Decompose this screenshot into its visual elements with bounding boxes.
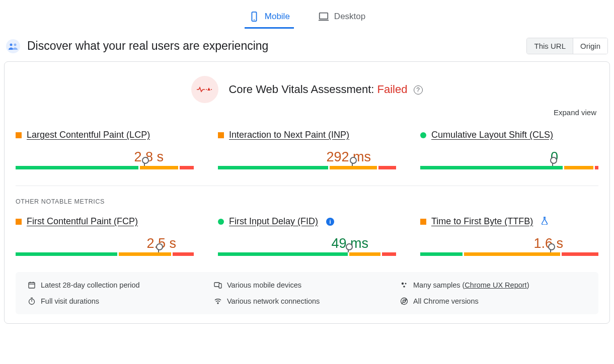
info-samples: Many samples (Chrome UX Report) <box>400 281 586 289</box>
header-row: Discover what your real users are experi… <box>4 38 610 54</box>
metric-lcp-bar <box>16 166 194 169</box>
divider <box>16 186 598 186</box>
chrome-icon <box>400 297 408 305</box>
tab-mobile-label: Mobile <box>265 12 290 22</box>
svg-marker-7 <box>207 87 210 90</box>
info-versions: All Chrome versions <box>400 297 586 305</box>
tab-mobile[interactable]: Mobile <box>245 8 294 29</box>
expand-view-link[interactable]: Expand view <box>16 108 596 117</box>
tab-desktop-label: Desktop <box>334 12 365 22</box>
scope-toggle: This URL Origin <box>526 38 608 54</box>
metric-cls: Cumulative Layout Shift (CLS) 0 <box>420 130 598 169</box>
assessment-status: Failed <box>377 83 408 96</box>
metric-cls-name[interactable]: Cumulative Layout Shift (CLS) <box>431 130 553 140</box>
metric-fcp-value: 2.5 s <box>16 236 194 251</box>
info-devices: Various mobile devices <box>214 281 400 289</box>
info-durations: Full visit durations <box>28 297 214 305</box>
mobile-icon <box>249 11 260 22</box>
info-networks: Various network connections <box>214 297 400 305</box>
other-metrics-row: First Contentful Paint (FCP) 2.5 s First… <box>16 216 598 256</box>
svg-point-17 <box>405 283 407 285</box>
metric-lcp: Largest Contentful Paint (LCP) 2.8 s <box>16 130 194 169</box>
info-icon[interactable]: i <box>326 218 334 226</box>
svg-rect-10 <box>29 283 35 288</box>
page-title: Discover what your real users are experi… <box>27 39 526 53</box>
status-icon <box>218 132 224 138</box>
stopwatch-icon <box>28 297 36 305</box>
help-icon[interactable]: ? <box>414 85 423 95</box>
metric-fid-name[interactable]: First Input Delay (FID) <box>229 216 318 227</box>
metric-ttfb-value: 1.6 s <box>420 236 598 251</box>
scope-this-url[interactable]: This URL <box>527 38 573 54</box>
assessment-badge-icon <box>191 76 218 103</box>
metric-cls-bar <box>420 166 598 169</box>
status-icon <box>218 219 224 225</box>
svg-rect-15 <box>219 284 221 288</box>
network-icon <box>214 297 222 305</box>
metric-fid-value: 49 ms <box>218 236 396 251</box>
assessment-label: Core Web Vitals Assessment: <box>228 83 377 96</box>
scope-origin[interactable]: Origin <box>573 38 607 54</box>
vitals-card: Core Web Vitals Assessment: Failed ? Exp… <box>4 61 610 324</box>
collection-info: Latest 28-day collection period Various … <box>16 272 598 314</box>
svg-point-22 <box>217 303 218 304</box>
metric-ttfb-bar <box>420 252 598 256</box>
desktop-icon <box>318 11 329 22</box>
status-icon <box>16 219 22 225</box>
status-icon <box>420 132 426 138</box>
svg-point-18 <box>403 286 405 288</box>
metric-ttfb-name[interactable]: Time to First Byte (TTFB) <box>431 216 533 227</box>
assessment-text: Core Web Vitals Assessment: Failed ? <box>228 83 422 96</box>
other-metrics-label: OTHER NOTABLE METRICS <box>16 198 598 205</box>
status-icon <box>16 132 22 138</box>
metric-fcp: First Contentful Paint (FCP) 2.5 s <box>16 216 194 256</box>
metric-fid: First Input Delay (FID) i 49 ms <box>218 216 396 256</box>
svg-point-5 <box>10 43 13 46</box>
metric-cls-value: 0 <box>420 149 598 165</box>
status-icon <box>420 219 426 225</box>
metric-lcp-value: 2.8 s <box>16 149 194 165</box>
flask-icon[interactable] <box>541 217 548 227</box>
svg-point-4 <box>6 39 20 53</box>
svg-rect-2 <box>320 13 328 19</box>
metric-inp: Interaction to Next Paint (INP) 292 ms <box>218 130 396 169</box>
metric-fid-bar <box>218 252 396 256</box>
users-icon <box>6 39 20 53</box>
device-tabs: Mobile Desktop <box>4 3 610 29</box>
metric-fcp-name[interactable]: First Contentful Paint (FCP) <box>27 216 138 227</box>
tab-desktop[interactable]: Desktop <box>314 8 369 29</box>
metric-ttfb: Time to First Byte (TTFB) 1.6 s <box>420 216 598 256</box>
assessment-row: Core Web Vitals Assessment: Failed ? <box>16 76 598 103</box>
info-period: Latest 28-day collection period <box>28 281 214 289</box>
metric-inp-bar <box>218 166 396 169</box>
samples-icon <box>400 281 408 289</box>
metric-inp-value: 292 ms <box>218 149 396 165</box>
crux-report-link[interactable]: Chrome UX Report <box>465 281 526 289</box>
svg-point-16 <box>402 283 404 285</box>
devices-icon <box>214 281 222 289</box>
calendar-icon <box>28 281 36 289</box>
metric-lcp-name[interactable]: Largest Contentful Paint (LCP) <box>27 130 150 140</box>
svg-point-6 <box>14 43 17 46</box>
core-vitals-row: Largest Contentful Paint (LCP) 2.8 s Int… <box>16 130 598 169</box>
metric-inp-name[interactable]: Interaction to Next Paint (INP) <box>229 130 349 140</box>
metric-fcp-bar <box>16 252 194 256</box>
